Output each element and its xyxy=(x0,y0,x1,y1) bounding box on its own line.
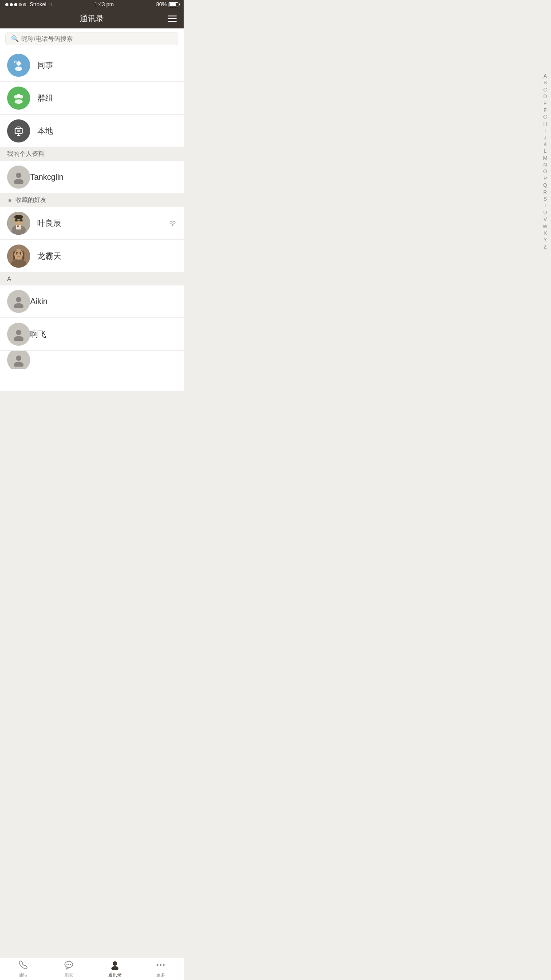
status-left: Strokei ⌗ xyxy=(5,1,52,8)
avatar-longbatian xyxy=(7,245,30,268)
time-label: 1:43 pm xyxy=(94,1,114,8)
svg-rect-16 xyxy=(17,225,19,227)
svg-point-1 xyxy=(15,67,22,71)
contact-row-aikin[interactable]: Aikin xyxy=(0,285,184,318)
special-items-list: 同事 群组 本地 我的个人资料 xyxy=(0,49,184,391)
contact-name-tankcglin: Tankcglin xyxy=(30,173,177,182)
carrier-label: Strokei xyxy=(30,1,46,8)
nav-bar: 通讯录 xyxy=(0,9,184,28)
avatar-tankcglin xyxy=(7,166,30,189)
wifi-signal-icon xyxy=(169,220,177,227)
contact-row-yeliangchen[interactable]: 叶良辰 xyxy=(0,207,184,240)
groups-row[interactable]: 群组 xyxy=(0,82,184,115)
hamburger-icon xyxy=(168,16,177,16)
dot5 xyxy=(23,3,26,6)
page-title: 通讯录 xyxy=(80,13,104,24)
svg-point-0 xyxy=(16,61,21,66)
starred-title: 收藏的好友 xyxy=(16,196,47,204)
colleagues-icon xyxy=(7,54,30,77)
local-label: 本地 xyxy=(37,126,53,136)
contact-name-aikin: Aikin xyxy=(30,297,177,306)
contact-name-yeliangchen: 叶良辰 xyxy=(37,218,167,229)
groups-icon xyxy=(7,87,30,110)
tab-bar-spacer xyxy=(0,369,184,391)
section-a-header: A xyxy=(0,273,184,285)
avatar-afei xyxy=(7,323,30,346)
hamburger-icon xyxy=(168,21,177,22)
svg-point-4 xyxy=(17,94,21,98)
local-icon xyxy=(7,119,30,142)
avatar-yeliangchen xyxy=(7,212,30,235)
svg-point-34 xyxy=(16,330,21,335)
section-a-title: A xyxy=(7,275,11,282)
avatar-partial xyxy=(7,351,30,369)
starred-section-header: ★ 收藏的好友 xyxy=(0,194,184,207)
svg-point-30 xyxy=(16,253,18,255)
wifi-icon: ⌗ xyxy=(49,2,52,8)
dot1 xyxy=(5,3,8,6)
status-right: 80% xyxy=(156,1,178,8)
svg-rect-19 xyxy=(20,219,23,221)
dot2 xyxy=(10,3,13,6)
svg-point-35 xyxy=(14,336,24,341)
colleagues-label: 同事 xyxy=(37,60,53,71)
groups-label: 群组 xyxy=(37,93,53,103)
local-row[interactable]: 本地 xyxy=(0,115,184,147)
dot3 xyxy=(14,3,17,6)
colleagues-row[interactable]: 同事 xyxy=(0,49,184,82)
avatar-aikin xyxy=(7,290,30,313)
my-profile-title: 我的个人资料 xyxy=(7,150,44,158)
svg-point-5 xyxy=(15,99,23,104)
search-bar-container: 🔍 xyxy=(0,28,184,49)
contact-row-afei[interactable]: 啊飞 xyxy=(0,318,184,351)
svg-point-32 xyxy=(16,297,21,302)
contact-name-afei: 啊飞 xyxy=(30,329,177,340)
svg-point-11 xyxy=(16,173,21,178)
battery-percent: 80% xyxy=(156,1,167,8)
status-bar: Strokei ⌗ 1:43 pm 80% xyxy=(0,0,184,9)
contact-row-longbatian[interactable]: 龙霸天 xyxy=(0,240,184,273)
svg-rect-10 xyxy=(17,130,20,132)
contact-row-tankcglin[interactable]: Tankcglin xyxy=(0,161,184,194)
battery-icon xyxy=(169,2,178,7)
partial-contact-row[interactable] xyxy=(0,351,184,369)
svg-point-37 xyxy=(14,362,24,367)
search-icon: 🔍 xyxy=(11,35,19,42)
dot4 xyxy=(19,3,22,6)
svg-point-29 xyxy=(14,250,23,259)
search-bar[interactable]: 🔍 xyxy=(5,32,178,45)
hamburger-icon xyxy=(168,18,177,19)
my-profile-section-header: 我的个人资料 xyxy=(0,147,184,161)
svg-point-33 xyxy=(14,303,24,308)
svg-point-31 xyxy=(20,253,21,255)
contact-name-longbatian: 龙霸天 xyxy=(37,251,177,261)
star-icon: ★ xyxy=(7,197,13,204)
svg-point-36 xyxy=(16,356,21,361)
battery-fill xyxy=(169,3,176,6)
svg-point-12 xyxy=(14,179,24,184)
svg-rect-18 xyxy=(15,219,18,221)
svg-point-21 xyxy=(14,215,23,219)
svg-point-22 xyxy=(172,225,173,226)
signal-dots xyxy=(5,3,26,6)
menu-button[interactable] xyxy=(168,16,177,22)
search-input[interactable] xyxy=(21,35,173,42)
